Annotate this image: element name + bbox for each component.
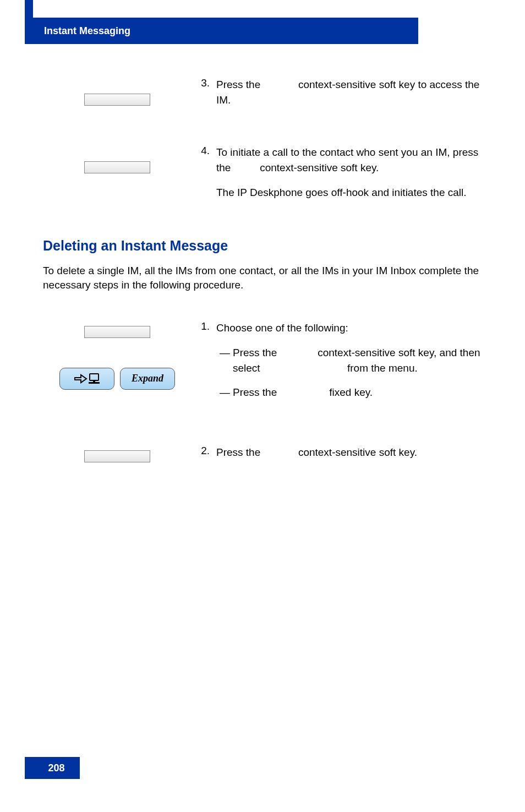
- step-body: To initiate a call to the contact who se…: [216, 145, 483, 175]
- expand-arrow-icon: [74, 373, 100, 384]
- step-body: Press the context-sensitive soft key.: [216, 445, 483, 460]
- sublist-text: Press the fixed key.: [233, 385, 483, 400]
- step-number: 1.: [192, 320, 216, 333]
- section-intro: To delete a single IM, all the IMs from …: [43, 264, 483, 293]
- step-row: 4. To initiate a call to the contact who…: [43, 145, 483, 210]
- step-image-col: [43, 145, 192, 173]
- section-heading: Deleting an Instant Message: [43, 238, 483, 254]
- page-number-tab: 208: [33, 757, 80, 779]
- header-title: Instant Messaging: [44, 25, 130, 37]
- step-number: 3.: [192, 77, 216, 89]
- step-image-col: [43, 77, 192, 106]
- step-number: 2.: [192, 445, 216, 457]
- step-image-col: Expand: [43, 320, 192, 390]
- page-number: 208: [48, 762, 64, 774]
- step-image-col: [43, 445, 192, 462]
- step-text: Choose one of the following: — Press the…: [216, 320, 483, 406]
- expand-sideways-button: [59, 368, 114, 390]
- expand-button-label: Expand: [132, 373, 163, 384]
- sublist: — Press the context-sensitive soft key, …: [216, 345, 483, 400]
- step-body-extra: The IP Deskphone goes off-hook and initi…: [216, 185, 483, 200]
- sublist-dash: —: [216, 345, 233, 375]
- expand-button: Expand: [120, 368, 175, 390]
- button-pair: Expand: [59, 364, 175, 390]
- svg-rect-0: [90, 374, 99, 380]
- footer-accent-bar: [25, 757, 33, 779]
- step-row: 2. Press the context-sensitive soft key.: [43, 445, 483, 470]
- sublist-text: Press the context-sensitive soft key, an…: [233, 345, 483, 375]
- softkey-button-placeholder: [84, 450, 150, 462]
- softkey-button-placeholder: [84, 94, 150, 106]
- step-text: To initiate a call to the contact who se…: [216, 145, 483, 210]
- softkey-button-placeholder: [84, 161, 150, 173]
- step-text: Press the context-sensitive soft key.: [216, 445, 483, 470]
- step-body: Press the context-sensitive soft key to …: [216, 77, 483, 107]
- header-bar: Instant Messaging: [33, 18, 418, 44]
- page-content: 3. Press the context-sensitive soft key …: [43, 77, 483, 498]
- svg-rect-1: [89, 382, 100, 384]
- step-text: Press the context-sensitive soft key to …: [216, 77, 483, 117]
- softkey-button-placeholder: [84, 326, 150, 338]
- step-row: 3. Press the context-sensitive soft key …: [43, 77, 483, 117]
- step-number: 4.: [192, 145, 216, 157]
- image-stack: Expand: [59, 326, 175, 390]
- header-accent-bar: [25, 0, 33, 44]
- svg-rect-2: [93, 380, 95, 382]
- sublist-dash: —: [216, 385, 233, 400]
- step-body: Choose one of the following:: [216, 320, 483, 336]
- step-row: Expand 1. Choose one of the following: —…: [43, 320, 483, 406]
- sublist-item: — Press the fixed key.: [216, 385, 483, 400]
- sublist-item: — Press the context-sensitive soft key, …: [216, 345, 483, 375]
